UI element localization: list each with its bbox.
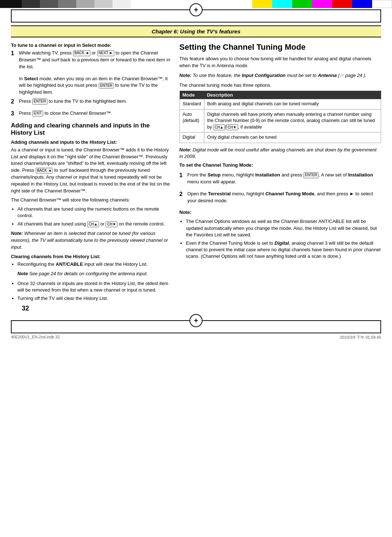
ch-up-key: CH▲: [87, 221, 99, 227]
set-step-num-2: 2: [179, 191, 185, 207]
right-column: Setting the Channel Tuning Mode This fea…: [179, 42, 381, 314]
step-3-content: Press EXIT to close the Channel Browser™…: [19, 110, 171, 119]
tune-section: To tune to a channel or input in Select …: [11, 42, 171, 119]
cb-white1: [76, 0, 94, 8]
cb-magenta: [312, 0, 332, 8]
table-row-digital: Digital Only digital channels can be tun…: [180, 133, 381, 143]
enter-icon-set: ENTER: [303, 172, 319, 178]
adding-section: Adding and clearing channels and inputs …: [11, 122, 171, 302]
step-2-text: Press ENTER to tune the TV to the highli…: [19, 98, 171, 105]
ch-down-key-table: CH▼: [226, 124, 238, 130]
mode-auto: Auto(default): [180, 109, 204, 133]
adding-body: As a channel or input is tuned, the Chan…: [11, 147, 171, 195]
chapter-title: Chapter 6: Using the TV's features: [152, 28, 240, 34]
set-step-2-content: Open the Terrestrial menu, highlight Cha…: [187, 191, 381, 207]
step-1-content: While watching TV, press BACK ◄ or NEXT …: [19, 50, 171, 73]
step-num-3: 3: [11, 110, 17, 119]
step-1-text: While watching TV, press BACK ◄ or NEXT …: [19, 50, 171, 70]
cb-red: [332, 0, 352, 8]
back-button-icon: BACK ◄: [73, 50, 90, 56]
cb-cyan: [272, 0, 292, 8]
cb-black1: [0, 0, 22, 8]
exit-icon: EXIT: [32, 110, 43, 117]
desc-digital: Only digital channels can be tuned: [204, 133, 381, 143]
note-clearing: Note See page 24 for details on configur…: [17, 270, 171, 277]
note-3: Note: The Channel Options windows as wel…: [179, 209, 381, 260]
step-2-content: Press ENTER to tune the TV to the highli…: [19, 98, 171, 107]
adding-section-heading: Adding and clearing channels and inputs …: [11, 122, 171, 137]
tune-step-1: 1 While watching TV, press BACK ◄ or NEX…: [11, 50, 171, 73]
clearing-bullet-3: Turning off the TV will clear the Histor…: [17, 295, 171, 302]
bottom-border: +: [11, 320, 381, 333]
set-step-1: 1 From the Setup menu, highlight Install…: [179, 172, 381, 188]
table-header-mode: Mode: [180, 91, 204, 99]
left-column: To tune to a channel or input in Select …: [11, 42, 171, 314]
crosshair-bottom: +: [189, 314, 203, 327]
setting-section: Setting the Channel Tuning Mode This fea…: [179, 42, 381, 260]
adding-subsection-heading: Adding channels and inputs to the Histor…: [11, 139, 171, 145]
clearing-heading: Clearing channels from the History List:: [11, 254, 171, 259]
cb-black2: [22, 0, 40, 8]
cb-white2: [94, 0, 113, 8]
note-2: Note: Digital mode will be most useful a…: [179, 147, 381, 160]
enter-icon-2: ENTER: [32, 98, 48, 105]
set-step-1-content: From the Setup menu, highlight Installat…: [187, 172, 381, 188]
tune-section-heading: To tune to a channel or input in Select …: [11, 42, 171, 48]
tune-step-3: 3 Press EXIT to close the Channel Browse…: [11, 110, 171, 119]
cb-yellow: [252, 0, 272, 8]
ch-up-key-table: CH▲: [213, 124, 225, 130]
clearing-bullet-1: Reconfiguring the ANT/CABLE input will c…: [17, 261, 171, 268]
footer-left: 40E200U1_EN-2nd.indb 32: [11, 335, 60, 340]
ch-down-key: CH▼: [106, 221, 117, 227]
note-1: Note: Whenever an item is selected that …: [11, 230, 171, 251]
three-options: The channel tuning mode has three option…: [179, 82, 381, 89]
cb-blue: [352, 0, 372, 8]
clearing-bullets-1: Reconfiguring the ANT/CABLE input will c…: [17, 261, 171, 268]
step-num-2: 2: [11, 98, 17, 107]
desc-auto: Digital channels will have priority when…: [204, 109, 381, 133]
table-header-description: Description: [204, 91, 381, 99]
footer-right: 2010/3/9 下午 01:59:45: [340, 335, 381, 340]
desc-standard: Both analog and digital channels can be …: [204, 99, 381, 109]
enter-icon-1: ENTER: [99, 83, 114, 89]
setting-title: Setting the Channel Tuning Mode: [179, 42, 381, 52]
footer: 40E200U1_EN-2nd.indb 32 2010/3/9 下午 01:5…: [11, 335, 381, 340]
set-step-num-1: 1: [179, 172, 185, 188]
mode-standard: Standard: [180, 99, 204, 109]
set-step-2: 2 Open the Terrestrial menu, highlight C…: [179, 191, 381, 207]
note-3-bullets: The Channel Options windows as well as t…: [186, 218, 381, 260]
note-3-label: Note:: [179, 209, 381, 216]
page-number: 32: [22, 305, 160, 312]
tune-step-2: 2 Press ENTER to tune the TV to the high…: [11, 98, 171, 107]
cb-white4: [372, 0, 392, 8]
step-num-1: 1: [11, 50, 17, 73]
adding-para2: The Channel Browser™ will store the foll…: [11, 197, 171, 204]
step-1-sub: In Select mode, when you stop on an item…: [19, 76, 171, 96]
note-3-bullet-2: Even if the Channel Tuning Mode is set t…: [186, 240, 381, 260]
crosshair-top: +: [189, 3, 203, 16]
back-icon-2: BACK ◄: [36, 168, 53, 174]
step-1-sub-text: In Select mode, when you stop on an item…: [19, 76, 171, 96]
note-clearing-text: Note See page 24 for details on configur…: [17, 270, 171, 277]
step-3-text: Press EXIT to close the Channel Browser™…: [19, 110, 171, 117]
set-step-1-text: From the Setup menu, highlight Installat…: [187, 172, 381, 186]
to-set-heading: To set the Channel Tuning Mode:: [179, 162, 381, 169]
cb-white3: [113, 0, 131, 8]
cb-green: [292, 0, 312, 8]
top-border: +: [11, 9, 381, 23]
setting-note-1: Note: To use this feature, the Input Con…: [179, 72, 381, 79]
adding-bullets: All channels that are tuned using the nu…: [17, 206, 171, 228]
bullet-2: All channels that are tuned using CH▲ or…: [17, 221, 171, 227]
mode-digital: Digital: [180, 133, 204, 143]
next-button-icon: NEXT ►: [97, 50, 114, 56]
setting-intro: This feature allows you to choose how tu…: [179, 56, 381, 69]
note-3-bullet-1: The Channel Options windows as well as t…: [186, 218, 381, 238]
bullet-1: All channels that are tuned using the nu…: [17, 206, 171, 219]
set-step-2-text: Open the Terrestrial menu, highlight Cha…: [187, 191, 381, 204]
cb-black4: [58, 0, 76, 8]
table-row-auto: Auto(default) Digital channels will have…: [180, 109, 381, 133]
clearing-bullet-2: Once 32 channels or inputs are stored in…: [17, 280, 171, 293]
note-1-text: Note: Whenever an item is selected that …: [11, 230, 171, 251]
table-row-standard: Standard Both analog and digital channel…: [180, 99, 381, 109]
chapter-header: Chapter 6: Using the TV's features: [11, 25, 381, 37]
